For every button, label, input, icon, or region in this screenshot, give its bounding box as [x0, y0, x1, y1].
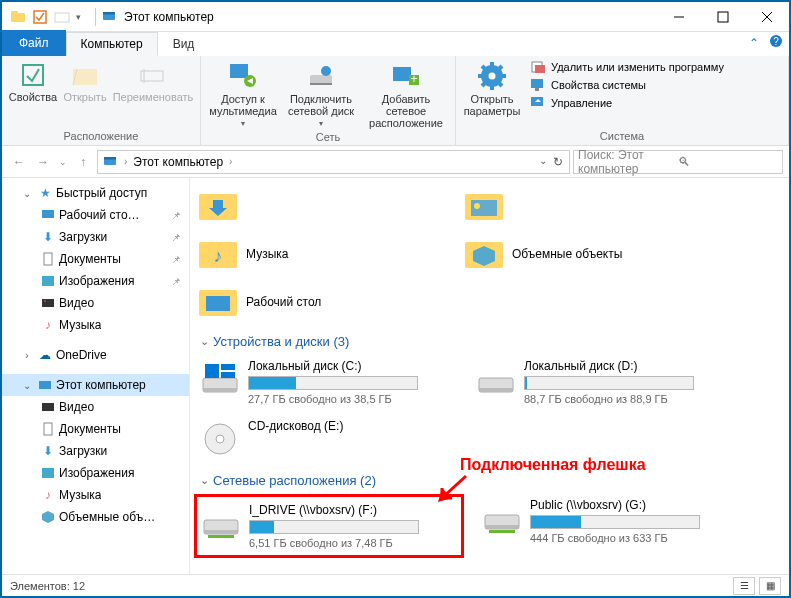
- folder-item[interactable]: [198, 184, 448, 228]
- tab-computer[interactable]: Компьютер: [66, 32, 158, 56]
- titlebar: ▾ Этот компьютер: [2, 2, 789, 32]
- help-icon[interactable]: ?: [769, 34, 783, 51]
- ribbon-sysprops-button[interactable]: Свойства системы: [530, 77, 724, 93]
- folder-desktop[interactable]: Рабочий стол: [198, 280, 448, 324]
- drive-d[interactable]: Локальный диск (D:)88,7 ГБ свободно из 8…: [474, 355, 734, 409]
- sidebar-videos[interactable]: Видео: [2, 292, 189, 314]
- ribbon-group-system: Система: [462, 130, 782, 144]
- network-drive-icon: [482, 498, 522, 538]
- ribbon-tabs: Файл Компьютер Вид ⌃ ?: [2, 32, 789, 56]
- nav-up-button[interactable]: ↑: [72, 151, 94, 173]
- svg-rect-21: [393, 67, 411, 81]
- annotation-label: Подключенная флешка: [460, 456, 646, 474]
- content-pane: ♪Музыка Объемные объекты Рабочий стол Ус…: [190, 178, 789, 574]
- sidebar-pc-downloads[interactable]: ⬇Загрузки: [2, 440, 189, 462]
- svg-rect-19: [310, 83, 332, 85]
- minimize-button[interactable]: [657, 3, 701, 31]
- drive-e[interactable]: CD-дисковод (E:): [198, 415, 458, 463]
- folder-music[interactable]: ♪Музыка: [198, 232, 448, 276]
- ribbon-group-location: Расположение: [8, 130, 194, 144]
- folder-item[interactable]: [464, 184, 714, 228]
- onedrive-icon: ☁: [37, 347, 53, 363]
- music-icon: ♪: [40, 487, 56, 503]
- star-icon: ★: [37, 185, 53, 201]
- drive-f[interactable]: I_DRIVE (\\vboxsrv) (F:)6,51 ГБ свободно…: [199, 499, 459, 553]
- ribbon-collapse-icon[interactable]: ⌃: [749, 36, 759, 50]
- sidebar-pc-3d[interactable]: Объемные объ…: [2, 506, 189, 528]
- ribbon-group-network: Сеть: [207, 131, 449, 145]
- search-input[interactable]: Поиск: Этот компьютер 🔍︎: [573, 150, 783, 174]
- videos-icon: [40, 295, 56, 311]
- statusbar: Элементов: 12 ☰ ▦: [2, 574, 789, 596]
- sidebar-desktop[interactable]: Рабочий сто…📌︎: [2, 204, 189, 226]
- nav-recent-button[interactable]: ⌄: [56, 151, 70, 173]
- svg-point-20: [321, 66, 331, 76]
- svg-rect-12: [23, 65, 43, 85]
- ribbon-media-button[interactable]: Доступ к мультимедиа▾: [207, 59, 279, 131]
- pin-icon: 📌︎: [171, 276, 181, 287]
- svg-rect-68: [204, 530, 238, 534]
- close-button[interactable]: [745, 3, 789, 31]
- window-title: Этот компьютер: [124, 10, 214, 24]
- refresh-icon[interactable]: ↻: [553, 155, 563, 169]
- sidebar-pictures[interactable]: Изображения📌︎: [2, 270, 189, 292]
- qat-newfolder-icon[interactable]: [54, 9, 70, 25]
- nav-forward-button[interactable]: →: [32, 151, 54, 173]
- drive-g[interactable]: Public (\\vboxsrv) (G:)444 ГБ свободно и…: [480, 494, 740, 558]
- sidebar: ⌄★Быстрый доступ Рабочий сто…📌︎ ⬇Загрузк…: [2, 178, 190, 574]
- svg-point-43: [44, 300, 46, 302]
- music-folder-icon: ♪: [198, 234, 238, 274]
- ribbon-manage-button[interactable]: Управление: [530, 95, 724, 111]
- downloads-folder-icon: [198, 186, 238, 226]
- group-devices[interactable]: Устройства и диски (3): [200, 334, 781, 349]
- sidebar-onedrive[interactable]: ›☁OneDrive: [2, 344, 189, 366]
- sidebar-quick-access[interactable]: ⌄★Быстрый доступ: [2, 182, 189, 204]
- ribbon-rename-button: Переименовать: [112, 59, 194, 105]
- group-network[interactable]: Сетевые расположения (2): [200, 473, 781, 488]
- view-details-button[interactable]: ☰: [733, 577, 755, 595]
- desktop-folder-icon: [198, 282, 238, 322]
- breadcrumb-segment[interactable]: Этот компьютер: [129, 155, 227, 169]
- drive-c[interactable]: Локальный диск (C:)27,7 ГБ свободно из 3…: [198, 355, 458, 409]
- ribbon-props-button[interactable]: Свойства: [8, 59, 58, 105]
- breadcrumb[interactable]: › Этот компьютер › ⌄ ↻: [97, 150, 570, 174]
- maximize-button[interactable]: [701, 3, 745, 31]
- sidebar-music[interactable]: ♪Музыка: [2, 314, 189, 336]
- svg-rect-39: [42, 210, 54, 218]
- folder-3dobjects[interactable]: Объемные объекты: [464, 232, 714, 276]
- breadcrumb-pc-icon: [103, 154, 119, 170]
- nav-back-button[interactable]: ←: [8, 151, 30, 173]
- view-large-button[interactable]: ▦: [759, 577, 781, 595]
- sidebar-pc-videos[interactable]: Видео: [2, 396, 189, 418]
- ribbon-mapdrive-button[interactable]: Подключить сетевой диск▾: [283, 59, 359, 131]
- svg-rect-47: [42, 468, 54, 478]
- sidebar-pc-documents[interactable]: Документы: [2, 418, 189, 440]
- sidebar-downloads[interactable]: ⬇Загрузки📌︎: [2, 226, 189, 248]
- qat-customize-icon[interactable]: ▾: [76, 12, 81, 22]
- svg-rect-72: [489, 530, 515, 533]
- search-icon[interactable]: 🔍︎: [678, 155, 778, 169]
- svg-rect-45: [42, 403, 54, 411]
- status-items: Элементов: 12: [10, 580, 85, 592]
- sidebar-pc-pictures[interactable]: Изображения: [2, 462, 189, 484]
- qat-properties-icon[interactable]: [32, 9, 48, 25]
- svg-text:♪: ♪: [214, 246, 223, 266]
- music-icon: ♪: [40, 317, 56, 333]
- svg-rect-5: [103, 12, 115, 15]
- ribbon-openparams-button[interactable]: Открыть параметры: [462, 59, 522, 119]
- ribbon-addnet-button[interactable]: +Добавить сетевое расположение: [363, 59, 449, 131]
- sidebar-documents[interactable]: Документы📌︎: [2, 248, 189, 270]
- address-bar: ← → ⌄ ↑ › Этот компьютер › ⌄ ↻ Поиск: Эт…: [2, 146, 789, 178]
- svg-rect-59: [205, 364, 219, 378]
- documents-icon: [40, 421, 56, 437]
- breadcrumb-dropdown-icon[interactable]: ⌄: [539, 155, 547, 169]
- tab-file[interactable]: Файл: [2, 30, 66, 56]
- hdd-icon: [200, 359, 240, 399]
- svg-rect-61: [221, 372, 235, 378]
- sidebar-thispc[interactable]: ⌄Этот компьютер: [2, 374, 189, 396]
- tab-view[interactable]: Вид: [158, 32, 210, 56]
- pin-icon: 📌︎: [171, 254, 181, 265]
- documents-icon: [40, 251, 56, 267]
- ribbon-uninstall-button[interactable]: Удалить или изменить программу: [530, 59, 724, 75]
- sidebar-pc-music[interactable]: ♪Музыка: [2, 484, 189, 506]
